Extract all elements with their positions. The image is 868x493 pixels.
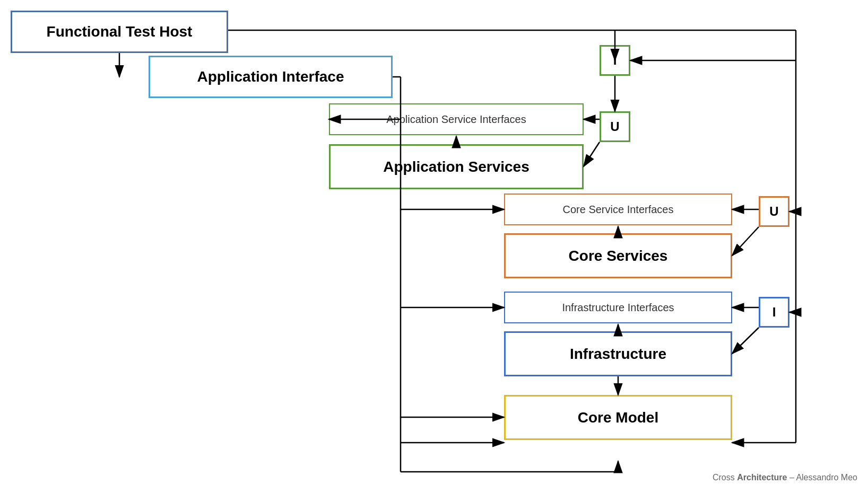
svg-line-25 xyxy=(732,227,759,256)
i-green-box: I xyxy=(600,45,630,76)
app-service-interfaces-box: Application Service Interfaces xyxy=(329,103,584,135)
watermark-prefix: Cross xyxy=(713,473,737,482)
core-model-label: Core Model xyxy=(578,409,658,426)
application-services-box: Application Services xyxy=(329,144,584,189)
infra-interfaces-box: Infrastructure Interfaces xyxy=(504,292,732,323)
svg-line-22 xyxy=(584,142,600,166)
arrows-svg xyxy=(0,0,868,493)
core-services-label: Core Services xyxy=(569,248,668,265)
application-services-label: Application Services xyxy=(383,159,529,175)
core-services-box: Core Services xyxy=(504,233,732,278)
core-service-interfaces-box: Core Service Interfaces xyxy=(504,193,732,225)
u-green-label: U xyxy=(610,119,619,134)
u-green-box: U xyxy=(600,111,630,142)
infrastructure-label: Infrastructure xyxy=(570,346,666,363)
application-interface-label: Application Interface xyxy=(197,68,344,85)
watermark: Cross Architecture – Alessandro Meo xyxy=(713,473,857,482)
infra-interfaces-label: Infrastructure Interfaces xyxy=(562,302,674,314)
u-orange-box: U xyxy=(759,196,789,227)
functional-test-host-box: Functional Test Host xyxy=(11,11,228,53)
app-service-interfaces-label: Application Service Interfaces xyxy=(386,113,526,126)
application-interface-box: Application Interface xyxy=(149,56,393,98)
watermark-suffix: – Alessandro Meo xyxy=(787,473,857,482)
i-green-label: I xyxy=(613,53,617,68)
svg-line-28 xyxy=(732,328,759,354)
i-blue-box: I xyxy=(759,297,789,328)
core-model-box: Core Model xyxy=(504,395,732,440)
i-blue-label: I xyxy=(772,305,776,320)
functional-test-host-label: Functional Test Host xyxy=(47,23,193,40)
infrastructure-box: Infrastructure xyxy=(504,331,732,376)
watermark-bold: Architecture xyxy=(737,473,787,482)
core-service-interfaces-label: Core Service Interfaces xyxy=(563,204,674,216)
u-orange-label: U xyxy=(769,204,778,219)
diagram-container: Functional Test Host Application Interfa… xyxy=(0,0,868,493)
